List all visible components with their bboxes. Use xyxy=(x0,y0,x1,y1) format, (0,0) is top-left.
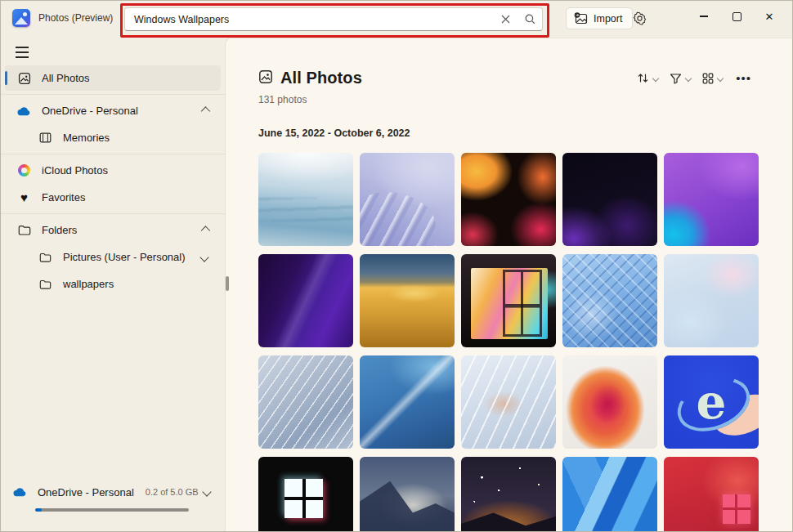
menu-button[interactable] xyxy=(9,42,37,63)
chevron-up-icon[interactable] xyxy=(201,226,210,235)
gear-icon xyxy=(633,11,647,25)
sidebar-item-all-photos[interactable]: All Photos xyxy=(5,65,221,91)
titlebar: Photos (Preview) Import xyxy=(1,1,792,38)
sidebar-item-label: wallpapers xyxy=(63,278,114,290)
sidebar-item-icloud-photos[interactable]: iCloud Photos xyxy=(5,158,221,183)
photo-thumbnail-bloom-dark[interactable] xyxy=(562,153,657,246)
gallery-toolbar: ••• xyxy=(632,68,758,88)
panel-resize-handle[interactable] xyxy=(226,276,229,291)
onedrive-cloud-icon xyxy=(13,487,27,497)
photo-thumbnail-silver-strands[interactable] xyxy=(258,355,353,449)
storage-progress-fill xyxy=(35,508,42,512)
sidebar-item-label: Folders xyxy=(42,224,77,236)
close-icon xyxy=(501,15,510,24)
photos-app-icon xyxy=(12,9,30,27)
chevron-up-icon[interactable] xyxy=(201,106,210,115)
photo-thumbnail-red-windows[interactable] xyxy=(664,457,759,531)
onedrive-storage: OneDrive - Personal 0.2 of 5.0 GB xyxy=(1,482,225,521)
onedrive-storage-row[interactable]: OneDrive - Personal 0.2 of 5.0 GB xyxy=(1,482,225,502)
photo-thumbnail-purple-ribbons[interactable] xyxy=(258,254,353,347)
sidebar-item-pictures[interactable]: Pictures (User - Personal) xyxy=(5,244,221,270)
sidebar-item-memories[interactable]: Memories xyxy=(5,125,221,150)
onedrive-cloud-icon xyxy=(17,106,31,116)
layout-button[interactable] xyxy=(697,69,728,88)
chevron-down-icon[interactable] xyxy=(199,253,208,262)
search-input[interactable] xyxy=(125,14,493,25)
storage-progress-bar xyxy=(35,508,189,512)
photo-thumbnail-blue-facets[interactable] xyxy=(562,457,657,531)
app-title: Photos (Preview) xyxy=(38,12,113,24)
search-button[interactable] xyxy=(517,8,542,30)
photo-thumbnail-feather-pale[interactable] xyxy=(461,355,556,449)
folder-icon xyxy=(38,279,52,289)
ellipsis-icon: ••• xyxy=(736,71,751,85)
sort-icon xyxy=(637,72,649,84)
sort-button[interactable] xyxy=(632,68,663,88)
window-controls: ✕ xyxy=(688,4,786,29)
sidebar-item-label: Favorites xyxy=(42,191,85,203)
chevron-down-icon[interactable] xyxy=(202,487,211,496)
photo-thumbnail-ie-logo[interactable] xyxy=(664,355,759,449)
photo-thumbnail-mist-blue[interactable] xyxy=(258,153,353,246)
filter-button[interactable] xyxy=(665,69,696,88)
heart-icon: ♥ xyxy=(17,191,31,203)
chevron-down-icon xyxy=(652,74,659,81)
photo-thumbnail-bloom-lavender[interactable] xyxy=(360,153,455,246)
search-box[interactable] xyxy=(124,7,543,31)
photo-thumbnail-pastel-blur[interactable] xyxy=(664,254,759,347)
import-icon xyxy=(574,12,588,25)
grid-view-icon xyxy=(702,73,714,84)
photo-icon xyxy=(17,72,31,85)
maximize-icon xyxy=(733,12,741,21)
photo-icon xyxy=(258,69,273,87)
sidebar-item-label: All Photos xyxy=(42,72,90,84)
sidebar-item-onedrive[interactable]: OneDrive - Personal xyxy=(5,98,221,123)
chevron-down-icon xyxy=(685,74,692,81)
photo-thumbnail-glass-cube[interactable] xyxy=(461,254,556,347)
storage-label: OneDrive - Personal xyxy=(38,486,134,498)
sidebar-item-label: Memories xyxy=(63,132,110,144)
sidebar-item-favorites[interactable]: ♥ Favorites xyxy=(5,185,221,210)
sidebar-item-label: OneDrive - Personal xyxy=(42,105,138,117)
photo-thumbnail-rose-bloom[interactable] xyxy=(562,355,657,449)
icloud-photos-icon xyxy=(18,164,30,177)
import-label: Import xyxy=(594,13,622,25)
photo-thumbnail-dusk-mountains[interactable] xyxy=(360,457,455,531)
photo-thumbnail-violet-cyan[interactable] xyxy=(664,153,759,246)
photo-thumbnail-bloom-ember[interactable] xyxy=(461,153,556,246)
sidebar: All Photos OneDrive - Personal Memories xyxy=(1,38,225,531)
folder-icon xyxy=(17,225,31,235)
sidebar-item-label: Pictures (User - Personal) xyxy=(63,251,186,263)
photo-grid xyxy=(258,153,758,531)
sidebar-item-folders[interactable]: Folders xyxy=(5,217,221,243)
photos-app-window: Photos (Preview) Import xyxy=(0,0,793,532)
app-identity: Photos (Preview) xyxy=(12,9,113,27)
main-panel: All Photos ••• xyxy=(225,38,792,531)
sidebar-divider xyxy=(1,213,225,214)
photo-thumbnail-blue-silk[interactable] xyxy=(360,355,455,449)
sidebar-divider xyxy=(1,154,225,154)
close-button[interactable]: ✕ xyxy=(753,4,786,29)
settings-button[interactable] xyxy=(627,7,652,29)
memories-icon xyxy=(38,132,52,143)
filter-icon xyxy=(670,73,682,84)
photo-thumbnail-starry-dusk[interactable] xyxy=(461,457,556,531)
photo-thumbnail-circuit-blue[interactable] xyxy=(562,254,657,347)
close-icon: ✕ xyxy=(765,11,774,22)
sidebar-item-wallpapers[interactable]: wallpapers xyxy=(5,271,221,297)
photo-thumbnail-hay-field[interactable] xyxy=(360,254,455,347)
page-title: All Photos xyxy=(280,69,362,87)
maximize-button[interactable] xyxy=(720,4,753,29)
storage-usage: 0.2 of 5.0 GB xyxy=(146,487,199,497)
clear-search-button[interactable] xyxy=(493,8,517,30)
sidebar-divider xyxy=(1,94,225,95)
sidebar-item-label: iCloud Photos xyxy=(42,164,108,177)
minimize-icon xyxy=(700,16,708,16)
minimize-button[interactable] xyxy=(688,4,720,29)
more-options-button[interactable]: ••• xyxy=(729,68,758,88)
import-button[interactable]: Import xyxy=(566,7,633,29)
search-icon xyxy=(525,14,535,25)
photo-count: 131 photos xyxy=(258,94,758,105)
photo-thumbnail-black-windows[interactable] xyxy=(258,457,353,531)
chevron-down-icon xyxy=(717,74,724,81)
